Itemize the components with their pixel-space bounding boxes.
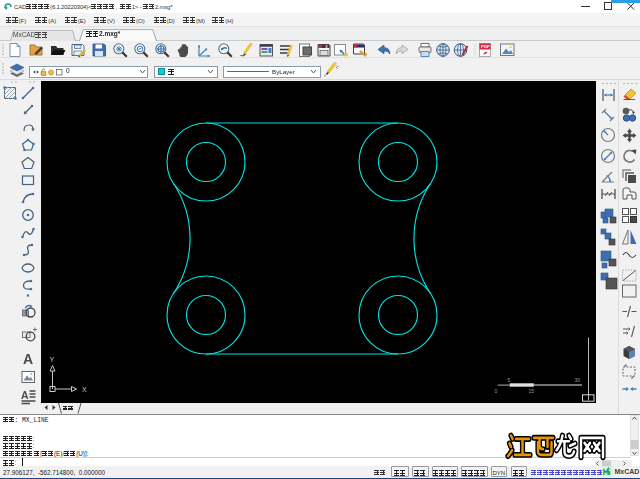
svg-text:0: 0 — [495, 387, 498, 393]
svg-text:15: 15 — [529, 387, 535, 393]
svg-text:PDF: PDF — [481, 44, 490, 49]
svg-text:A: A — [23, 351, 33, 367]
svg-text:30: 30 — [575, 376, 581, 382]
svg-text:Y: Y — [50, 356, 55, 363]
svg-text:5: 5 — [508, 376, 511, 382]
svg-text:A: A — [21, 389, 29, 401]
svg-text:X: X — [82, 386, 87, 393]
